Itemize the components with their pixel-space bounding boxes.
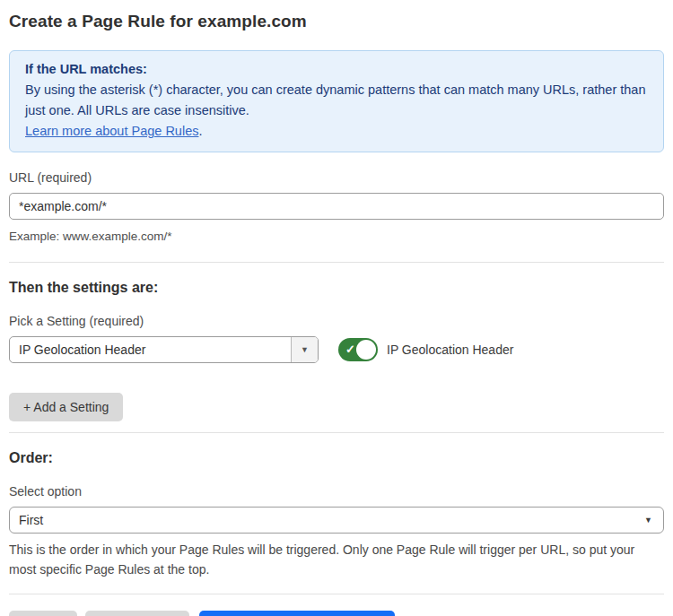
setting-row: IP Geolocation Header ▼ ✓ IP Geolocation… xyxy=(9,336,664,363)
page-title: Create a Page Rule for example.com xyxy=(9,12,664,31)
settings-section-heading: Then the settings are: xyxy=(9,280,664,296)
url-match-info-box: If the URL matches: By using the asteris… xyxy=(9,50,664,152)
save-draft-button[interactable]: Save as Draft xyxy=(85,611,190,616)
setting-select-arrow-button[interactable]: ▼ xyxy=(291,337,318,362)
url-label: URL (required) xyxy=(9,170,664,185)
save-deploy-button[interactable]: Save and Deploy Page Rule xyxy=(199,611,395,616)
create-page-rule-form: Create a Page Rule for example.com If th… xyxy=(0,12,673,616)
divider xyxy=(9,432,664,433)
url-example-hint: Example: www.example.com/* xyxy=(9,227,664,247)
dropdown-arrow-icon: ▼ xyxy=(644,516,652,525)
setting-select[interactable]: IP Geolocation Header ▼ xyxy=(9,336,319,363)
divider xyxy=(9,594,664,594)
pick-setting-label: Pick a Setting (required) xyxy=(9,314,664,328)
add-setting-button[interactable]: + Add a Setting xyxy=(9,393,123,421)
divider xyxy=(9,262,664,263)
setting-select-value: IP Geolocation Header xyxy=(10,337,291,362)
dropdown-arrow-icon: ▼ xyxy=(301,345,309,354)
learn-more-link[interactable]: Learn more about Page Rules xyxy=(25,124,198,138)
order-section-heading: Order: xyxy=(9,450,664,466)
info-box-link-line: Learn more about Page Rules. xyxy=(25,121,648,142)
toggle-knob xyxy=(356,340,376,360)
action-bar: Cancel Save as Draft Save and Deploy Pag… xyxy=(9,611,664,616)
url-input[interactable] xyxy=(9,193,664,220)
order-select-label: Select option xyxy=(9,484,664,499)
order-select[interactable]: First ▼ xyxy=(9,507,664,534)
link-suffix: . xyxy=(198,124,202,138)
order-help-text: This is the order in which your Page Rul… xyxy=(9,540,664,579)
check-icon: ✓ xyxy=(345,343,355,355)
order-select-value: First xyxy=(19,513,644,527)
info-box-body: By using the asterisk (*) character, you… xyxy=(25,80,648,121)
ip-geolocation-toggle[interactable]: ✓ xyxy=(338,338,378,361)
info-box-heading: If the URL matches: xyxy=(25,59,648,80)
cancel-button[interactable]: Cancel xyxy=(9,611,77,616)
toggle-label: IP Geolocation Header xyxy=(387,343,513,357)
